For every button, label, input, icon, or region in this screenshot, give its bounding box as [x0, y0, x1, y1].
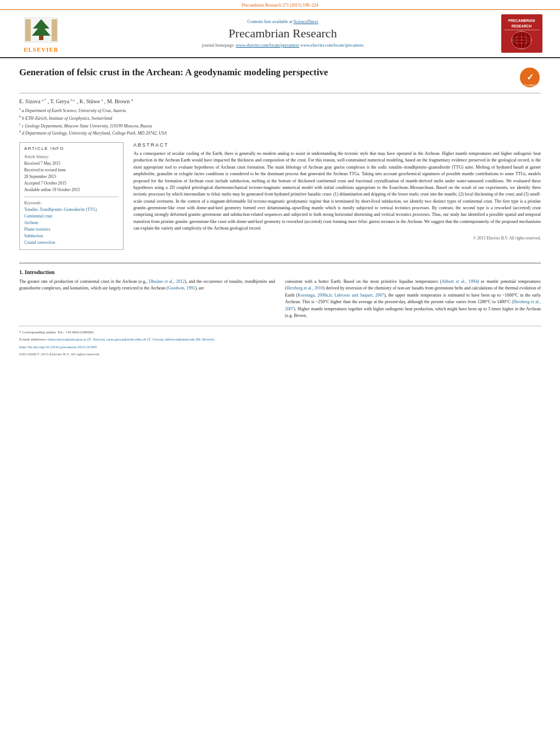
received-date: Received 7 May 2015 [24, 160, 119, 167]
received-revised-label: Received in revised form [24, 167, 119, 174]
homepage-url: www.elsevier.com/locate/precamres [300, 43, 363, 48]
available-online: Available online 19 October 2015 [24, 187, 119, 193]
intro-left-text: The greater rate of production of contin… [19, 278, 275, 292]
article-body-columns: ARTICLE INFO Article history: Received 7… [19, 142, 541, 254]
keyword-1: Tonalite–Trondhjemite–Granodiorite (TTG) [24, 207, 119, 213]
author-sizova: E. Sizova [19, 98, 42, 104]
svg-rect-9 [504, 30, 540, 30]
abstract-heading: ABSTRACT [133, 142, 541, 148]
history-label: Article history: [24, 154, 119, 159]
keyword-3: Archean [24, 220, 119, 226]
keyword-4: Plume tectonics [24, 226, 119, 233]
svg-rect-4 [25, 19, 31, 41]
email-label: E-mail addresses: [19, 337, 47, 342]
svg-rect-5 [52, 19, 57, 41]
sciencedirect-link[interactable]: ScienceDirect [294, 19, 318, 24]
authors-line: E. Sizova a,* , T. Gerya b,c , K. Stüwe … [19, 98, 541, 104]
precambrian-badge-icon: PRECAMBRIAN RESEARCH [501, 14, 542, 53]
keywords-label: Keywords: [24, 200, 119, 205]
article-info-heading: ARTICLE INFO [24, 146, 119, 151]
sciencedirect-line: Contents lists available at ScienceDirec… [66, 19, 500, 24]
copyright-line: © 2015 Elsevier B.V. All rights reserved… [133, 236, 541, 241]
keyword-6: Crustal convection [24, 239, 119, 246]
footnotes: * Corresponding author. Tel.: +43 660123… [19, 326, 541, 358]
info-divider [24, 197, 119, 197]
ref-herzberg2010[interactable]: Herzberg et al., 2010 [287, 286, 323, 291]
email-footnote: E-mail addresses: elena.sizova@uni-graz.… [19, 337, 541, 343]
svg-text:RESEARCH: RESEARCH [511, 24, 531, 28]
intro-right: consistent with a hotter Earth. Based on… [285, 278, 541, 319]
author-comma1: , T. Gerya [48, 98, 71, 104]
abstract-text: As a consequence of secular cooling of t… [133, 150, 541, 232]
left-column: ARTICLE INFO Article history: Received 7… [19, 142, 124, 254]
affiliation-a: a a Department of Earth Science, Univers… [19, 107, 541, 114]
issn-footnote: 0301-9268/© 2015 Elsevier B.V. All right… [19, 352, 541, 358]
corresponding-footnote: * Corresponding author. Tel.: +43 660123… [19, 330, 541, 336]
homepage-label: journal homepage: [202, 43, 235, 48]
intro-left: The greater rate of production of contin… [19, 278, 275, 319]
author-comma2: , K. Stüwe [77, 98, 102, 104]
affiliations: a a Department of Earth Science, Univers… [19, 107, 541, 137]
elsevier-tree-icon [22, 15, 60, 45]
right-column: ABSTRACT As a consequence of secular coo… [133, 142, 541, 254]
article-title-section: Generation of felsic crust in the Archea… [19, 66, 541, 93]
keyword-5: Subduction [24, 233, 119, 239]
main-content: Generation of felsic crust in the Archea… [0, 58, 560, 364]
svg-text:PRECAMBRIAN: PRECAMBRIAN [508, 19, 535, 23]
citation-text: Precambrian Research 271 (2015) 198–224 [242, 3, 318, 8]
affiliation-b: b b ETH-Zürich, Institute of Geophysics,… [19, 114, 541, 122]
abstract-section: ABSTRACT As a consequence of secular coo… [133, 142, 541, 241]
ref-korenaga[interactable]: Korenaga, 2008a,b; Labrosse and Jaupart,… [298, 293, 384, 298]
homepage-link[interactable]: www.elsevier.com/locate/precamres [236, 43, 299, 48]
citation-bar: Precambrian Research 271 (2015) 198–224 [0, 0, 560, 10]
svg-text:CrossMark: CrossMark [524, 84, 536, 87]
issn-text: 0301-9268/© 2015 Elsevier B.V. All right… [19, 352, 100, 356]
introduction-section: 1. Introduction The greater rate of prod… [19, 263, 541, 319]
page: Precambrian Research 271 (2015) 198–224 … [0, 0, 560, 742]
crossmark-icon: ✓ CrossMark [519, 66, 541, 88]
elsevier-logo: ELSEVIER [16, 15, 66, 53]
history-dates: Received 7 May 2015 Received in revised … [24, 160, 119, 193]
author-comma3: , M. Brown [104, 98, 131, 104]
svg-text:✓: ✓ [527, 72, 534, 82]
elsevier-brand-text: ELSEVIER [24, 46, 59, 53]
ref-herzberg2007[interactable]: Herzberg et al., 2007 [285, 299, 541, 311]
journal-title: Precambrian Research [66, 26, 500, 41]
precambrian-badge: PRECAMBRIAN RESEARCH [500, 14, 544, 53]
corresponding-text: * Corresponding author. Tel.: +43 660123… [19, 330, 94, 334]
intro-columns: The greater rate of production of contin… [19, 278, 541, 319]
doi-footnote: http://dx.doi.org/10.1016/j.precamres.20… [19, 344, 541, 350]
article-title: Generation of felsic crust in the Archea… [19, 66, 511, 79]
sciencedirect-label: Contents lists available at [248, 19, 293, 24]
affiliation-d: d d Department of Geology, University of… [19, 129, 541, 137]
article-info-box: ARTICLE INFO Article history: Received 7… [19, 142, 124, 250]
doi-link[interactable]: http://dx.doi.org/10.1016/j.precamres.20… [19, 345, 97, 349]
affiliation-c: c c Geology Department, Moscow State Uni… [19, 122, 541, 130]
history-group: Article history: Received 7 May 2015 Rec… [24, 154, 119, 193]
ref-abbott[interactable]: Abbott et al., 1994 [441, 279, 477, 284]
intro-heading: 1. Introduction [19, 269, 541, 275]
ref-dhuime[interactable]: Dhuime et al., 2012 [149, 279, 184, 284]
intro-right-text: consistent with a hotter Earth. Based on… [285, 278, 541, 319]
email-addresses[interactable]: elena.sizova@uni-graz.at (E. Sizova), ta… [47, 337, 215, 342]
ref-goodwin[interactable]: Goodwin, 1991 [168, 286, 195, 291]
homepage-line: journal homepage: www.elsevier.com/locat… [66, 43, 500, 48]
received-revised-date: 28 September 2015 [24, 174, 119, 180]
crossmark-badge[interactable]: ✓ CrossMark [519, 66, 541, 88]
keyword-2: Continental crust [24, 213, 119, 220]
accepted-date: Accepted 7 October 2015 [24, 180, 119, 187]
svg-rect-3 [39, 36, 43, 40]
journal-center: Contents lists available at ScienceDirec… [66, 19, 500, 48]
journal-header: ELSEVIER Contents lists available at Sci… [0, 10, 560, 58]
keywords-box: Keywords: Tonalite–Trondhjemite–Granodio… [24, 200, 119, 246]
